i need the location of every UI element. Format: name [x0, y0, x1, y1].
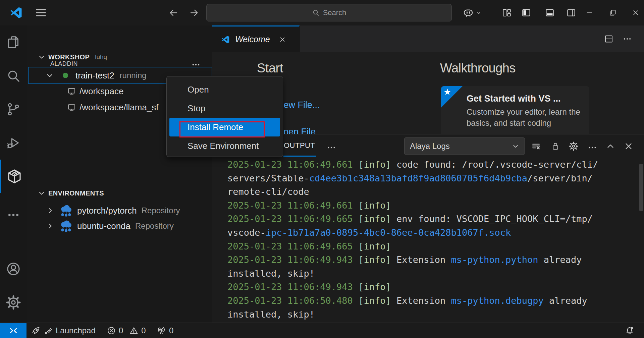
close-panel-icon[interactable]	[624, 141, 634, 151]
search-view-icon[interactable]	[0, 59, 27, 93]
log-line: vscode-ipc-1b71a7a0-0895-4bc0-86ee-0ca42…	[227, 226, 640, 240]
search-placeholder: Search	[323, 8, 346, 17]
additional-views-icon[interactable]	[0, 203, 27, 227]
status-bar: Launchpad 0 0 0	[0, 323, 644, 338]
back-arrow-icon[interactable]	[168, 8, 178, 18]
panel-more-tabs-icon[interactable]	[326, 143, 336, 153]
vscode-logo-icon	[9, 5, 23, 20]
maximize-panel-icon[interactable]	[605, 141, 615, 151]
log-output[interactable]: 2025-01-23 11:06:49.661 [info] code foun…	[227, 158, 640, 321]
launchpad-button[interactable]: Launchpad	[31, 323, 96, 338]
forward-arrow-icon[interactable]	[189, 8, 199, 18]
repo-name: ubuntu-conda	[77, 221, 130, 231]
cloud-repo-icon	[58, 204, 73, 217]
notifications-bell-icon[interactable]	[625, 323, 635, 338]
accounts-icon[interactable]	[0, 252, 27, 286]
clear-output-icon[interactable]	[531, 141, 541, 151]
problems-button[interactable]: 0 0	[107, 323, 146, 338]
log-line: installed, skip!	[227, 308, 640, 322]
start-heading: Start	[257, 61, 283, 75]
activity-bar	[0, 25, 27, 323]
error-count: 0	[119, 326, 123, 335]
cloud-repo-icon	[58, 219, 73, 233]
star-icon: ★	[443, 87, 451, 97]
run-debug-icon[interactable]	[0, 126, 27, 160]
minimize-button[interactable]	[580, 0, 599, 25]
log-line: installed, skip!	[227, 267, 640, 281]
walkthroughs-heading: Walkthroughs	[440, 61, 516, 75]
env-row-pytorch[interactable]: pytorch/pytorch Repository	[27, 203, 212, 218]
panel-settings-gear-icon[interactable]	[569, 141, 579, 151]
environment-status: running	[120, 71, 147, 80]
explorer-icon[interactable]	[0, 25, 27, 59]
env-row-ubuntu-conda[interactable]: ubuntu-conda Repository	[27, 218, 212, 234]
customize-layout-icon[interactable]	[502, 8, 512, 18]
repo-type: Repository	[135, 221, 174, 231]
settings-gear-icon[interactable]	[0, 286, 27, 319]
workspace-path: /workspace	[79, 86, 124, 97]
lock-scroll-icon[interactable]	[550, 141, 560, 151]
sidebar: ALADDIN WORKSHOP luhq train-test2 runnin…	[27, 25, 212, 323]
workshop-section-header[interactable]: WORKSHOP luhq	[38, 53, 107, 61]
ports-button[interactable]: 0	[156, 323, 173, 338]
output-channel-value: Alaya Logs	[410, 142, 450, 151]
launchpad-label: Launchpad	[56, 326, 96, 335]
broadcast-tower-icon	[156, 326, 166, 336]
card-description: Customize your editor, learn the basics,…	[467, 106, 582, 128]
close-tab-icon[interactable]	[279, 36, 286, 43]
copilot-icon	[462, 7, 474, 19]
workshop-section-label: WORKSHOP	[48, 53, 90, 61]
aladdin-extension-icon[interactable]	[0, 160, 28, 193]
toggle-secondary-sidebar-icon[interactable]	[566, 8, 576, 18]
environments-section-header[interactable]: ENVIRONMENTS	[38, 189, 104, 197]
environments-section-label: ENVIRONMENTS	[48, 189, 104, 197]
warning-count: 0	[141, 326, 146, 335]
search-input[interactable]: Search	[206, 4, 452, 21]
remote-indicator[interactable]	[0, 323, 26, 338]
more-actions-icon[interactable]	[623, 34, 632, 44]
workshop-user-badge: luhq	[95, 53, 107, 61]
context-menu: Open Stop Install Remote Save Environmen…	[166, 76, 283, 157]
menu-hamburger-icon[interactable]	[35, 8, 47, 17]
rocket-icon	[31, 326, 41, 336]
close-window-button[interactable]	[626, 0, 644, 25]
card-title: Get Started with VS ...	[467, 94, 561, 104]
tab-label: Welcome	[235, 35, 270, 44]
environment-name: train-test2	[75, 70, 114, 81]
monitor-icon	[67, 103, 76, 112]
chevron-right-icon	[46, 222, 54, 230]
repo-name: pytorch/pytorch	[77, 206, 137, 216]
chevron-down-icon	[512, 143, 519, 150]
workspace-path: /workspace/llama_sf	[79, 102, 159, 113]
monitor-icon	[67, 87, 76, 96]
chevron-down-icon	[38, 189, 46, 197]
log-line: 2025-01-23 11:06:49.665 [info] env found…	[227, 212, 640, 226]
error-icon	[107, 326, 116, 335]
title-bar: Search	[0, 0, 644, 26]
source-control-icon[interactable]	[0, 93, 27, 126]
menu-item-save-environment[interactable]: Save Environment	[167, 136, 283, 155]
toggle-panel-icon[interactable]	[545, 8, 555, 18]
log-line: 2025-01-23 11:06:49.943 [info]	[227, 280, 640, 294]
menu-item-stop[interactable]: Stop	[167, 99, 283, 118]
panel-more-actions-icon[interactable]	[587, 143, 597, 153]
new-file-link[interactable]: New File...	[277, 100, 320, 110]
running-status-dot	[63, 73, 68, 78]
panel-scrollbar-thumb[interactable]	[639, 164, 643, 211]
log-line: remote-cli/code	[227, 185, 640, 199]
editor-tab-strip: Welcome	[212, 25, 644, 52]
output-channel-select[interactable]: Alaya Logs	[404, 137, 525, 155]
vscode-window: Search	[0, 0, 644, 338]
menu-item-open[interactable]: Open	[167, 80, 283, 99]
split-editor-icon[interactable]	[604, 34, 614, 44]
indent-guide	[74, 109, 74, 141]
toggle-primary-sidebar-icon[interactable]	[521, 8, 531, 18]
panel-tab-output[interactable]: OUTPUT	[284, 134, 315, 157]
restore-window-button[interactable]	[603, 0, 623, 25]
warning-icon	[129, 326, 139, 335]
sidebar-title: ALADDIN	[50, 60, 78, 67]
log-line: 2025-01-23 11:06:49.943 [info] Extension…	[227, 253, 640, 267]
copilot-button[interactable]	[462, 7, 481, 19]
log-line: 2025-01-23 11:06:50.480 [info] Extension…	[227, 294, 640, 308]
tab-welcome[interactable]: Welcome	[212, 25, 300, 52]
